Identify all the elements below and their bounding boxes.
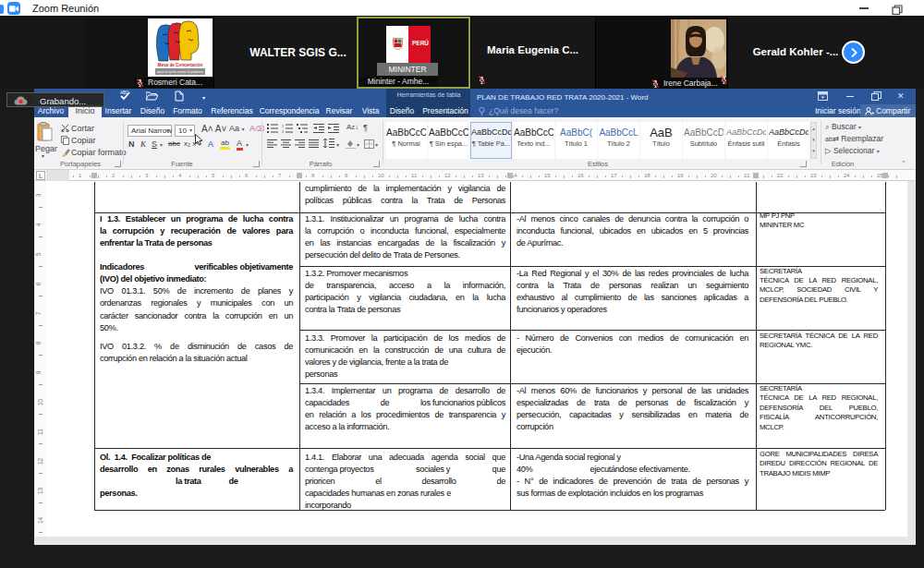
svg-text:Mesa de Concertación: Mesa de Concertación — [158, 63, 203, 67]
svg-text:para la lucha contra la pobrez: para la lucha contra la pobreza — [157, 70, 202, 74]
svg-text:1: 1 — [282, 124, 285, 128]
svg-text:2: 2 — [282, 129, 285, 134]
